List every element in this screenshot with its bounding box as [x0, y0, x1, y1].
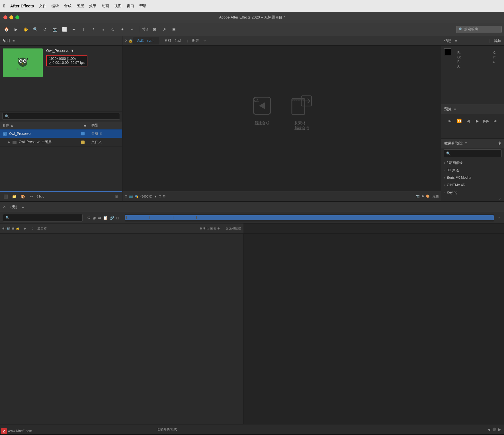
timeline-scroll-right[interactable]: ⤢ [496, 216, 501, 220]
color-icon[interactable]: 🎨 [426, 194, 430, 198]
effect-item[interactable]: › * 动画预设 [441, 159, 504, 166]
zoom-dropdown[interactable]: ▼ [154, 195, 157, 198]
menu-file[interactable]: 文件 [39, 3, 46, 9]
help-search[interactable]: 🔍 搜索帮助 [456, 26, 502, 33]
prev-frame-button[interactable]: ⏪ [456, 117, 462, 124]
new-comp-button[interactable]: ⬛ [2, 193, 9, 200]
effect-item[interactable]: › Keying [441, 189, 504, 196]
svg-rect-19 [300, 100, 301, 101]
tab-composition[interactable]: 合成 （无） [133, 37, 159, 44]
viewer-icon2[interactable]: 📺 [129, 194, 133, 198]
menu-animation[interactable]: 动画 [102, 3, 109, 9]
menu-layer[interactable]: 图层 [77, 3, 84, 9]
eraser-tool[interactable]: ◇ [109, 25, 117, 33]
preview-panel-menu[interactable]: ≡ [454, 107, 456, 111]
switch-icons: ⊕ ✱ fx ▣ ◎ ⊗ [200, 227, 220, 230]
puppet2-tool[interactable]: ✧ [128, 25, 136, 33]
from-footage-area[interactable]: 从素材新建合成 [290, 94, 313, 131]
clone-tool[interactable]: ⬦ [99, 25, 107, 33]
arrow-icon: › [444, 191, 445, 194]
folder-button[interactable]: 📁 [11, 193, 18, 200]
timeline-nav-right[interactable]: ▶ [498, 427, 501, 432]
ff-button[interactable]: ▶▶ [483, 117, 490, 124]
timeline-search-bar[interactable]: 🔍 [3, 214, 83, 221]
menu-help[interactable]: 帮助 [139, 3, 147, 9]
list-item[interactable]: ▶ Owl_Preserve 个图层 文件夹 [0, 138, 122, 147]
maximize-button[interactable] [15, 15, 19, 19]
minimize-button[interactable] [9, 15, 13, 19]
project-panel-menu[interactable]: ≡ [13, 38, 15, 43]
project-search-input[interactable] [2, 113, 120, 120]
timeline-track [243, 234, 504, 424]
effect-item[interactable]: › Boris FX Mocha [441, 174, 504, 181]
tab-separator2: | [187, 39, 188, 42]
toggle-switch-label[interactable]: 切换开关/模式 [157, 427, 177, 432]
close-button[interactable] [3, 15, 7, 19]
timeline-tool-1[interactable]: ⚙ [87, 216, 91, 220]
grid-icon[interactable]: ⊞ [170, 25, 178, 33]
menu-effects[interactable]: 效果 [89, 3, 97, 9]
note-button[interactable]: ✏ [28, 193, 35, 200]
new-comp-area[interactable]: 新建合成 [251, 94, 273, 131]
close-timeline-icon[interactable]: ✕ [3, 205, 6, 209]
viewer-icon1[interactable]: ⊞ [125, 194, 127, 198]
layer-visibility-col: 👁 🔊 ◉ 🔒 [2, 227, 20, 230]
info-row-a: A: [457, 64, 465, 68]
tab-footage[interactable]: 素材 （无） [161, 37, 187, 44]
home-button[interactable]: 🏠 [2, 25, 10, 33]
hand-tool[interactable]: ✋ [22, 25, 30, 33]
col-name-header: 名称 ▲ [2, 123, 78, 128]
effects-expand-icon[interactable]: ⤢ [499, 197, 503, 201]
svg-text:C: C [3, 133, 5, 135]
timeline-nav-left[interactable]: ◀ [487, 427, 490, 432]
puppet-tool[interactable]: ✦ [118, 25, 126, 33]
color-button[interactable]: 🎨 [19, 193, 26, 200]
fit-icon[interactable]: ⊡ [159, 194, 161, 198]
rotate-tool[interactable]: ↺ [41, 25, 49, 33]
play-button[interactable]: ▶ [474, 117, 481, 124]
grid-icon2[interactable]: ⊟ [163, 194, 165, 198]
search-placeholder: 搜索帮助 [464, 27, 478, 32]
timeline-tool-3[interactable]: ⇄ [98, 216, 101, 220]
adjust-icon[interactable]: ⊗ [421, 194, 424, 198]
timeline-tool-5[interactable]: 🔗 [109, 216, 114, 220]
menu-window[interactable]: 窗口 [127, 3, 134, 9]
align-icon[interactable]: ⊟ [151, 25, 159, 33]
last-frame-button[interactable]: ⏭ [492, 117, 499, 124]
rewind-button[interactable]: ◀ [465, 117, 472, 124]
tab-layer[interactable]: 图层 [189, 37, 202, 44]
select-tool[interactable]: ▶ [12, 25, 20, 33]
camera-icon2[interactable]: 📷 [416, 194, 420, 198]
apple-menu[interactable]:  [3, 3, 5, 9]
first-frame-button[interactable]: ⏮ [446, 117, 453, 124]
app-name[interactable]: After Effects [10, 4, 34, 8]
lock-tab-icon[interactable]: 🔒 [128, 39, 133, 43]
timeline-tool-2[interactable]: ◉ [93, 216, 96, 220]
close-tab-icon[interactable]: ✕ [125, 38, 128, 43]
item-name-0: Owl_Preserve [9, 132, 79, 136]
timeline-tool-4[interactable]: 📋 [103, 216, 108, 220]
effects-panel-menu[interactable]: ≡ [465, 141, 467, 145]
menu-view[interactable]: 视图 [114, 3, 122, 9]
info-panel-menu[interactable]: ≡ [455, 38, 457, 43]
expand-icon[interactable]: ↗ [160, 25, 168, 33]
viewer-icon3[interactable]: 🎭 [135, 194, 139, 198]
menu-edit[interactable]: 编辑 [52, 3, 59, 9]
effect-item[interactable]: › CINEMA 4D [441, 181, 504, 189]
mask-tool[interactable]: ⬜ [60, 25, 68, 33]
pen-tool[interactable]: ✒ [70, 25, 78, 33]
position-values: X: Y: + [490, 48, 501, 67]
menu-composition[interactable]: 合成 [64, 3, 71, 9]
item-tag-0 [81, 132, 90, 135]
timeline-tool-6[interactable]: ⊡ [116, 216, 119, 220]
camera-tool[interactable]: 📷 [51, 25, 59, 33]
timeline-panel-menu[interactable]: ≡ [22, 205, 24, 209]
info-content: R: G: B: A: [441, 46, 504, 74]
effect-item[interactable]: › 3D 声道 [441, 166, 504, 174]
text-tool[interactable]: T [80, 25, 88, 33]
brush-tool[interactable]: / [89, 25, 97, 33]
effects-search-bar[interactable]: 🔍 [444, 149, 502, 157]
delete-button[interactable]: 🗑 [113, 193, 120, 200]
zoom-tool[interactable]: 🔍 [31, 25, 39, 33]
list-item[interactable]: C Owl_Preserve 合成 ⊞ [0, 129, 122, 138]
